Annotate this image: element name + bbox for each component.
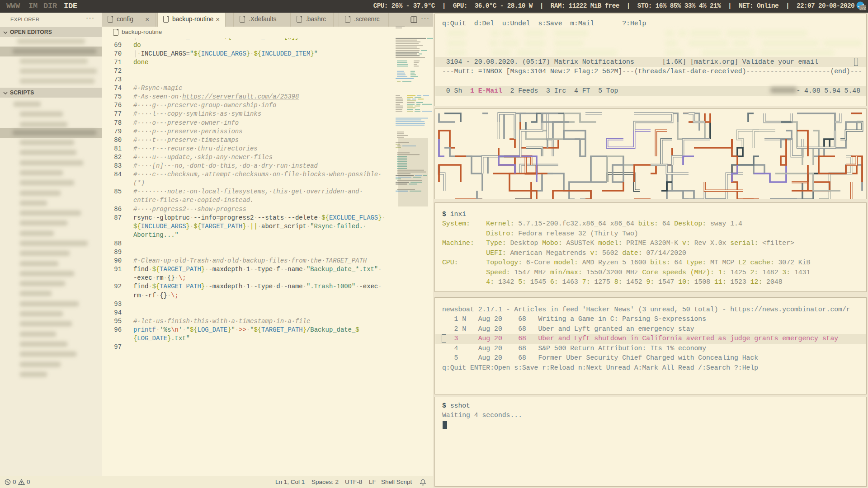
svg-text:372: 372 xyxy=(859,6,866,10)
